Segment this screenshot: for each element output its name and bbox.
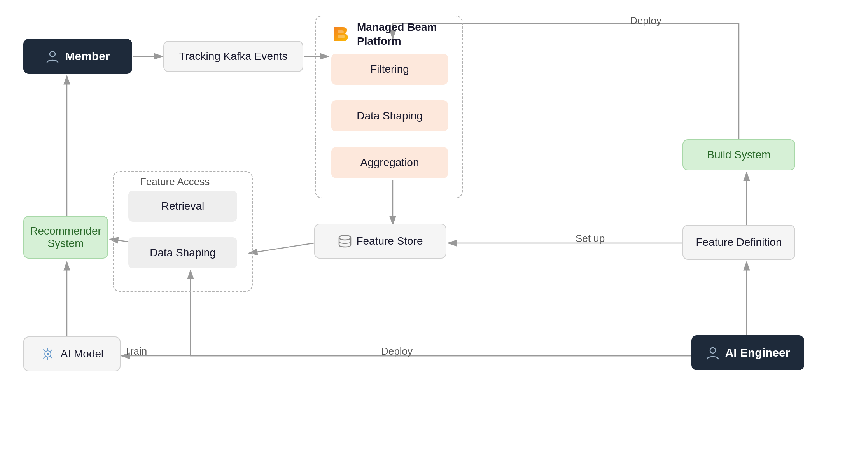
feature-access-box bbox=[113, 171, 253, 292]
diagram: Deploy Set up Deploy Train Member Tracki… bbox=[0, 0, 868, 462]
svg-point-13 bbox=[50, 51, 55, 57]
feature-store-node: Feature Store bbox=[314, 224, 446, 259]
data-shaping-beam-label: Data Shaping bbox=[357, 110, 423, 122]
recommender-label: Recommender System bbox=[30, 225, 102, 250]
tracking-node: Tracking Kafka Events bbox=[163, 41, 303, 72]
svg-point-17 bbox=[47, 353, 49, 355]
deploy-top-label: Deploy bbox=[630, 15, 662, 27]
filtering-node: Filtering bbox=[331, 54, 448, 85]
svg-point-15 bbox=[339, 235, 351, 240]
ai-engineer-node: AI Engineer bbox=[691, 335, 804, 370]
svg-line-22 bbox=[44, 350, 46, 352]
feature-definition-node: Feature Definition bbox=[682, 225, 795, 260]
deploy-bottom-label: Deploy bbox=[381, 345, 413, 357]
ai-engineer-person-icon bbox=[706, 346, 720, 360]
ai-engineer-label: AI Engineer bbox=[725, 346, 790, 359]
data-shaping-access-label: Data Shaping bbox=[150, 247, 216, 259]
retrieval-label: Retrieval bbox=[161, 200, 204, 212]
svg-line-23 bbox=[50, 356, 52, 358]
aggregation-label: Aggregation bbox=[360, 156, 419, 169]
build-system-label: Build System bbox=[707, 149, 770, 161]
feature-definition-label: Feature Definition bbox=[696, 236, 782, 248]
aggregation-node: Aggregation bbox=[331, 147, 448, 178]
setup-label: Set up bbox=[576, 233, 605, 245]
managed-beam-header: Managed BeamPlatform bbox=[331, 20, 437, 49]
data-shaping-access-node: Data Shaping bbox=[128, 237, 237, 268]
tracking-label: Tracking Kafka Events bbox=[179, 50, 287, 63]
beam-logo-icon bbox=[331, 24, 351, 44]
ai-model-label: AI Model bbox=[61, 348, 104, 360]
feature-store-label: Feature Store bbox=[356, 235, 423, 247]
retrieval-node: Retrieval bbox=[128, 191, 237, 222]
member-label: Member bbox=[65, 50, 110, 63]
feature-access-label: Feature Access bbox=[140, 176, 210, 188]
ai-model-node: AI Model bbox=[23, 336, 121, 371]
svg-line-5 bbox=[249, 243, 314, 253]
managed-beam-title: Managed BeamPlatform bbox=[357, 20, 437, 49]
recommender-node: Recommender System bbox=[23, 216, 108, 259]
filtering-label: Filtering bbox=[370, 63, 409, 75]
database-icon bbox=[338, 234, 352, 248]
train-label: Train bbox=[124, 345, 147, 357]
member-person-icon bbox=[46, 49, 60, 63]
svg-point-26 bbox=[710, 348, 716, 353]
svg-line-24 bbox=[50, 350, 52, 352]
ai-model-icon bbox=[40, 346, 55, 361]
data-shaping-beam-node: Data Shaping bbox=[331, 100, 448, 131]
member-node: Member bbox=[23, 39, 132, 74]
svg-line-25 bbox=[44, 356, 46, 358]
build-system-node: Build System bbox=[682, 139, 795, 170]
